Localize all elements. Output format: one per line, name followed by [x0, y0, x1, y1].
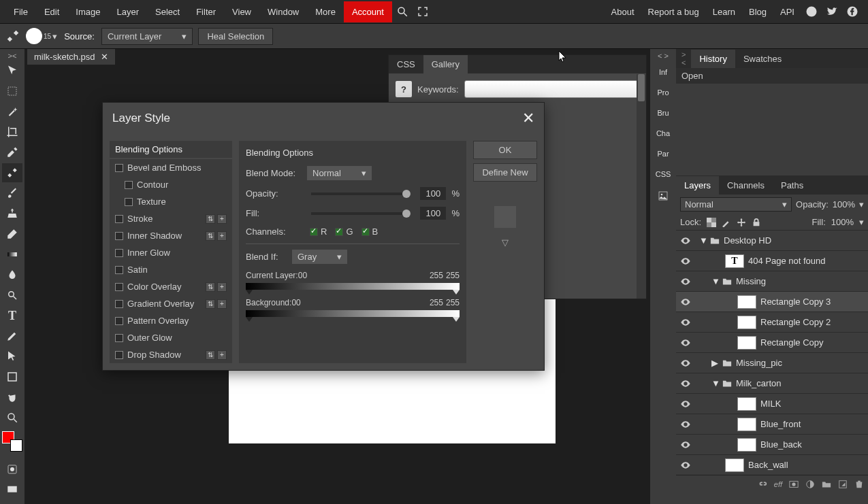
- hand-tool[interactable]: [2, 388, 22, 407]
- effect-add-icon[interactable]: +: [217, 282, 227, 292]
- visibility-icon[interactable]: [680, 297, 691, 307]
- close-tab-icon[interactable]: ✕: [101, 52, 108, 62]
- effects-header[interactable]: Blending Options: [110, 141, 232, 158]
- layer-row[interactable]: ▼Missing: [676, 271, 868, 291]
- effect-satin[interactable]: Satin: [110, 261, 232, 278]
- effect-checkbox[interactable]: [125, 198, 133, 206]
- zoom-tool[interactable]: [2, 408, 22, 427]
- effect-inner-glow[interactable]: Inner Glow: [110, 244, 232, 261]
- effect-texture[interactable]: Texture: [110, 193, 232, 210]
- menu-about[interactable]: About: [605, 1, 641, 22]
- marquee-tool[interactable]: [2, 82, 22, 101]
- tab-channels[interactable]: Channels: [719, 176, 773, 195]
- effect-checkbox[interactable]: [115, 300, 123, 308]
- delete-layer-icon[interactable]: [854, 480, 864, 489]
- visibility-icon[interactable]: [680, 337, 691, 348]
- tab-gallery[interactable]: Gallery: [423, 55, 468, 73]
- eyedropper-tool[interactable]: [2, 143, 22, 162]
- channel-b-checkbox[interactable]: B: [361, 226, 379, 237]
- reddit-icon[interactable]: [805, 5, 818, 18]
- layer-row[interactable]: Rectangle Copy 3: [676, 291, 868, 312]
- move-tool[interactable]: [2, 61, 22, 80]
- screenmode-toggle[interactable]: [2, 480, 22, 499]
- channel-r-checkbox[interactable]: R: [310, 226, 327, 237]
- heal-tool[interactable]: [2, 163, 22, 182]
- visibility-icon[interactable]: [680, 439, 691, 450]
- layer-row[interactable]: ▼Desktop HD: [676, 230, 868, 250]
- effect-checkbox[interactable]: [115, 232, 123, 240]
- effect-stroke[interactable]: Stroke⇅+: [110, 210, 232, 227]
- menu-blog[interactable]: Blog: [742, 1, 773, 22]
- pen-tool[interactable]: [2, 326, 22, 346]
- layer-row[interactable]: T404 Page not found: [676, 250, 868, 271]
- menu-file[interactable]: File: [5, 1, 36, 22]
- source-dropdown[interactable]: Current Layer▾: [101, 28, 193, 45]
- effect-inner-shadow[interactable]: Inner Shadow⇅+: [110, 227, 232, 244]
- menu-learn[interactable]: Learn: [706, 1, 742, 22]
- expand-icon[interactable]: ▼: [699, 235, 706, 246]
- crop-tool[interactable]: [2, 122, 22, 141]
- effect-drop-shadow[interactable]: Drop Shadow⇅+: [110, 346, 232, 363]
- history-item-open[interactable]: Open: [676, 68, 868, 84]
- lock-paint-icon[interactable]: [722, 218, 731, 227]
- sidetab-character[interactable]: Cha: [654, 125, 673, 141]
- effect-add-icon[interactable]: +: [217, 231, 227, 241]
- effect-add-icon[interactable]: +: [217, 214, 227, 224]
- menu-more[interactable]: More: [307, 1, 344, 22]
- layer-effects-button[interactable]: eff: [774, 480, 782, 488]
- effect-checkbox[interactable]: [115, 266, 123, 274]
- blendif-dropdown[interactable]: Gray▾: [292, 250, 347, 264]
- eraser-tool[interactable]: [2, 224, 22, 243]
- search-icon[interactable]: [396, 5, 408, 18]
- tab-history[interactable]: History: [691, 50, 735, 68]
- effect-reorder-icon[interactable]: ⇅: [206, 350, 215, 360]
- lock-transparency-icon[interactable]: [707, 218, 716, 227]
- type-tool[interactable]: T: [2, 306, 22, 325]
- opacity-input[interactable]: 100: [420, 187, 446, 200]
- effect-checkbox[interactable]: [115, 334, 123, 342]
- menu-select[interactable]: Select: [147, 1, 188, 22]
- ok-button[interactable]: OK: [473, 141, 537, 159]
- fullscreen-icon[interactable]: [417, 5, 429, 18]
- sidetab-info[interactable]: Inf: [656, 64, 670, 80]
- tab-layers[interactable]: Layers: [676, 176, 719, 195]
- dodge-tool[interactable]: [2, 286, 22, 305]
- menu-image[interactable]: Image: [67, 1, 108, 22]
- effect-reorder-icon[interactable]: ⇅: [206, 231, 215, 241]
- tab-swatches[interactable]: Swatches: [735, 50, 790, 68]
- tab-paths[interactable]: Paths: [773, 176, 811, 195]
- effect-gradient-overlay[interactable]: Gradient Overlay⇅+: [110, 295, 232, 312]
- visibility-icon[interactable]: [680, 419, 691, 430]
- effect-checkbox[interactable]: [115, 283, 123, 291]
- effect-checkbox[interactable]: [115, 215, 123, 223]
- expand-icon[interactable]: ▶: [711, 358, 718, 368]
- twitter-icon[interactable]: [826, 5, 838, 18]
- wand-tool[interactable]: [2, 102, 22, 121]
- fill-chevron-icon[interactable]: ▾: [859, 217, 864, 227]
- document-tab[interactable]: milk-sketch.psd ✕: [27, 49, 115, 65]
- menu-report-bug[interactable]: Report a bug: [641, 1, 706, 22]
- channel-g-checkbox[interactable]: G: [335, 226, 353, 237]
- layer-row[interactable]: Blue_front: [676, 414, 868, 434]
- layer-row[interactable]: MILK: [676, 393, 868, 414]
- lock-move-icon[interactable]: [737, 218, 746, 227]
- gallery-scrollbar[interactable]: [637, 74, 646, 299]
- sidetab-properties[interactable]: Pro: [654, 84, 671, 101]
- keywords-input[interactable]: [464, 80, 639, 98]
- sidetab-image-icon[interactable]: [655, 186, 671, 207]
- color-swatches[interactable]: [2, 431, 22, 452]
- effect-checkbox[interactable]: [115, 164, 123, 172]
- visibility-icon[interactable]: [680, 358, 691, 369]
- layer-mask-icon[interactable]: [789, 480, 799, 489]
- sidetab-brush[interactable]: Bru: [654, 105, 671, 121]
- visibility-icon[interactable]: [680, 317, 691, 328]
- clone-tool[interactable]: [2, 204, 22, 223]
- gradient-tool[interactable]: [2, 245, 22, 264]
- tab-css[interactable]: CSS: [389, 55, 423, 73]
- layer-opacity-value[interactable]: 100%: [833, 199, 855, 209]
- fill-slider[interactable]: [311, 212, 411, 215]
- expand-icon[interactable]: ▼: [711, 276, 718, 286]
- sidetab-paragraph[interactable]: Par: [654, 146, 671, 162]
- effect-reorder-icon[interactable]: ⇅: [206, 214, 215, 224]
- facebook-icon[interactable]: [846, 5, 858, 18]
